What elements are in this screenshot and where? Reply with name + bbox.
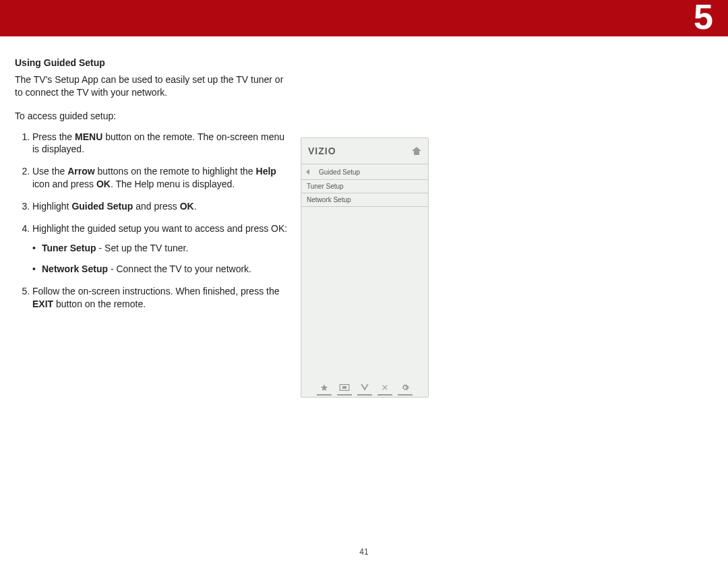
sub-item-tuner: Tuner Setup - Set up the TV tuner. <box>42 242 289 255</box>
star-icon <box>317 381 332 396</box>
wide-icon <box>337 381 352 396</box>
sub-item-network: Network Setup - Connect the TV to your n… <box>42 263 289 276</box>
tv-menu-title: Guided Setup <box>319 168 360 176</box>
intro-paragraph: The TV's Setup App can be used to easily… <box>15 73 289 99</box>
step-5: Follow the on-screen instructions. When … <box>32 285 289 311</box>
svg-rect-1 <box>342 386 346 389</box>
tv-menu-item: Tuner Setup <box>301 180 428 193</box>
step-2: Use the Arrow buttons on the remote to h… <box>32 165 289 191</box>
lead-line: To access guided setup: <box>15 110 289 123</box>
sub-list: Tuner Setup - Set up the TV tuner. Netwo… <box>32 242 289 276</box>
step-3: Highlight Guided Setup and press OK. <box>32 200 289 213</box>
chapter-number: 5 <box>694 0 713 35</box>
page-number: 41 <box>0 547 728 557</box>
tv-brand-label: VIZIO <box>308 146 336 156</box>
section-heading: Using Guided Setup <box>15 57 289 69</box>
chapter-bar: 5 <box>0 0 728 36</box>
step-list: Press the MENU button on the remote. The… <box>15 131 289 311</box>
tv-footer-icons <box>301 379 428 397</box>
tv-menu-screenshot: VIZIO Guided Setup Tuner Setup Network S… <box>301 137 429 398</box>
tv-menu-item: Network Setup <box>301 193 428 207</box>
v-icon <box>357 381 372 396</box>
close-icon <box>377 381 392 396</box>
back-arrow-icon <box>305 167 312 177</box>
step-1: Press the MENU button on the remote. The… <box>32 131 289 156</box>
gear-icon <box>398 381 413 396</box>
step-4: Highlight the guided setup you want to a… <box>32 222 289 276</box>
home-icon <box>412 147 421 155</box>
tv-menu-title-row: Guided Setup <box>301 164 428 180</box>
